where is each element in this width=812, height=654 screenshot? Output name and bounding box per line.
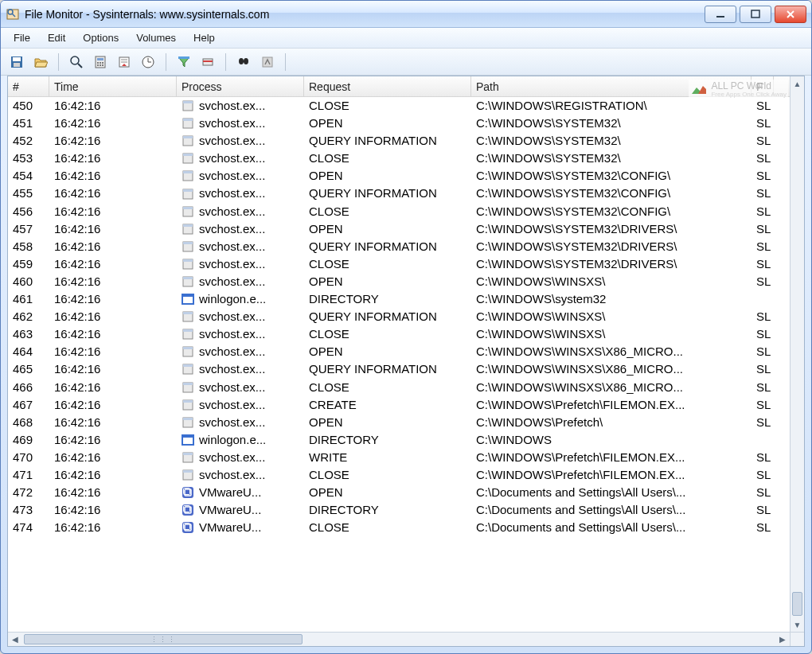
cell-result: SL xyxy=(751,449,774,466)
table-row[interactable]: 45916:42:16svchost.ex...CLOSEC:\WINDOWS\… xyxy=(8,255,804,273)
calculator-icon[interactable] xyxy=(91,53,110,72)
table-row[interactable]: 46016:42:16svchost.ex...OPENC:\WINDOWS\W… xyxy=(8,273,804,290)
column-header-request[interactable]: Request xyxy=(304,76,471,96)
cell-number: 452 xyxy=(8,132,49,150)
table-row[interactable]: 46116:42:16winlogon.e...DIRECTORYC:\WIND… xyxy=(8,290,804,308)
cell-request: CLOSE xyxy=(304,255,471,273)
cell-result: SL xyxy=(751,501,774,519)
scroll-left-icon[interactable]: ◀ xyxy=(8,633,22,646)
process-icon xyxy=(182,223,194,236)
cell-process: svchost.ex... xyxy=(177,466,304,484)
cell-path: C:\WINDOWS xyxy=(471,431,751,449)
cell-path: C:\Documents and Settings\All Users\... xyxy=(471,519,751,536)
table-row[interactable]: 46216:42:16svchost.ex...QUERY INFORMATIO… xyxy=(8,308,804,325)
table-row[interactable]: 46516:42:16svchost.ex...QUERY INFORMATIO… xyxy=(8,360,804,378)
cell-number: 465 xyxy=(8,360,49,378)
save-icon[interactable] xyxy=(7,53,26,72)
svg-rect-34 xyxy=(183,101,193,103)
table-row[interactable]: 47416:42:16VMwareU...CLOSEC:\Documents a… xyxy=(8,519,804,536)
titlebar[interactable]: File Monitor - Sysinternals: www.sysinte… xyxy=(1,1,811,28)
cell-request: OPEN xyxy=(304,484,471,501)
process-name: VMwareU... xyxy=(199,519,261,536)
process-icon xyxy=(182,451,194,464)
process-icon xyxy=(182,328,194,341)
table-row[interactable]: 45616:42:16svchost.ex...CLOSEC:\WINDOWS\… xyxy=(8,203,804,220)
autoscroll-icon[interactable] xyxy=(115,53,134,72)
scroll-down-icon[interactable]: ▼ xyxy=(791,617,804,632)
table-row[interactable]: 45416:42:16svchost.ex...OPENC:\WINDOWS\S… xyxy=(8,167,804,185)
table-row[interactable]: 45016:42:16svchost.ex...CLOSEC:\WINDOWS\… xyxy=(8,97,804,115)
cell-time: 16:42:16 xyxy=(49,360,177,378)
svg-rect-3 xyxy=(716,16,724,18)
table-row[interactable]: 46616:42:16svchost.ex...CLOSEC:\WINDOWS\… xyxy=(8,379,804,396)
menu-file[interactable]: File xyxy=(6,29,38,46)
highlight-icon[interactable] xyxy=(198,53,217,72)
maximize-button[interactable] xyxy=(740,6,771,23)
table-row[interactable]: 47116:42:16svchost.ex...CLOSEC:\WINDOWS\… xyxy=(8,466,804,484)
rows-container[interactable]: 45016:42:16svchost.ex...CLOSEC:\WINDOWS\… xyxy=(8,97,804,646)
svg-rect-44 xyxy=(183,189,193,192)
table-row[interactable]: 45816:42:16svchost.ex...QUERY INFORMATIO… xyxy=(8,238,804,255)
table-row[interactable]: 46916:42:16winlogon.e...DIRECTORYC:\WIND… xyxy=(8,431,804,449)
table-row[interactable]: 47316:42:16VMwareU...DIRECTORYC:\Documen… xyxy=(8,501,804,519)
vscroll-thumb[interactable] xyxy=(792,592,802,616)
table-row[interactable]: 45516:42:16svchost.ex...QUERY INFORMATIO… xyxy=(8,185,804,202)
process-icon xyxy=(182,399,194,411)
table-row[interactable]: 46716:42:16svchost.ex...CREATEC:\WINDOWS… xyxy=(8,396,804,414)
process-icon xyxy=(182,258,194,271)
cell-path: C:\WINDOWS\Prefetch\FILEMON.EX... xyxy=(471,449,751,466)
toolbar-separator xyxy=(166,53,166,71)
find-icon[interactable] xyxy=(234,53,253,72)
vscroll-track[interactable] xyxy=(791,91,804,617)
cell-time: 16:42:16 xyxy=(49,220,177,238)
cell-result: SL xyxy=(751,167,774,185)
cell-process: svchost.ex... xyxy=(177,379,304,396)
menu-volumes[interactable]: Volumes xyxy=(128,29,184,46)
cell-path: C:\WINDOWS\SYSTEM32\DRIVERS\ xyxy=(471,220,751,238)
process-name: svchost.ex... xyxy=(199,255,265,273)
clock-icon[interactable] xyxy=(139,53,158,72)
svg-rect-42 xyxy=(183,171,193,173)
process-icon xyxy=(182,134,194,147)
cell-number: 460 xyxy=(8,273,49,290)
table-row[interactable]: 47216:42:16VMwareU...OPENC:\Documents an… xyxy=(8,484,804,501)
table-row[interactable]: 45116:42:16svchost.ex...OPENC:\WINDOWS\S… xyxy=(8,115,804,132)
menu-options[interactable]: Options xyxy=(75,29,127,46)
scroll-up-icon[interactable]: ▲ xyxy=(791,76,804,91)
table-row[interactable]: 46316:42:16svchost.ex...CLOSEC:\WINDOWS\… xyxy=(8,325,804,343)
scroll-right-icon[interactable]: ▶ xyxy=(775,633,790,646)
cell-number: 464 xyxy=(8,343,49,360)
column-header-time[interactable]: Time xyxy=(49,76,177,96)
table-row[interactable]: 45316:42:16svchost.ex...CLOSEC:\WINDOWS\… xyxy=(8,150,804,167)
cell-result: SL xyxy=(751,220,774,238)
cell-result: SL xyxy=(751,360,774,378)
svg-rect-4 xyxy=(751,10,759,18)
cell-time: 16:42:16 xyxy=(49,185,177,202)
hscroll-track[interactable]: ⋮⋮⋮ xyxy=(22,633,775,646)
table-row[interactable]: 46816:42:16svchost.ex...OPENC:\WINDOWS\P… xyxy=(8,414,804,431)
table-row[interactable]: 45216:42:16svchost.ex...QUERY INFORMATIO… xyxy=(8,132,804,150)
cell-path: C:\WINDOWS\Prefetch\FILEMON.EX... xyxy=(471,466,751,484)
svg-rect-76 xyxy=(183,470,193,473)
menu-edit[interactable]: Edit xyxy=(40,29,73,46)
hscroll-thumb[interactable]: ⋮⋮⋮ xyxy=(24,634,303,644)
menu-help[interactable]: Help xyxy=(185,29,223,46)
svg-point-19 xyxy=(102,64,103,66)
vertical-scrollbar[interactable]: ▲ ▼ xyxy=(790,76,804,632)
table-row[interactable]: 45716:42:16svchost.ex...OPENC:\WINDOWS\S… xyxy=(8,220,804,238)
close-button[interactable] xyxy=(775,6,806,23)
horizontal-scrollbar[interactable]: ◀ ⋮⋮⋮ ▶ xyxy=(8,632,790,646)
open-icon[interactable] xyxy=(31,53,50,72)
jump-icon[interactable] xyxy=(258,53,277,72)
table-row[interactable]: 47016:42:16svchost.ex...WRITEC:\WINDOWS\… xyxy=(8,449,804,466)
cell-request: CLOSE xyxy=(304,519,471,536)
svg-rect-8 xyxy=(13,57,21,61)
magnify-icon[interactable] xyxy=(67,53,86,72)
column-header-number[interactable]: # xyxy=(8,76,49,96)
minimize-button[interactable] xyxy=(705,6,736,23)
cell-result: SL xyxy=(751,308,774,325)
column-header-process[interactable]: Process xyxy=(177,76,304,96)
filter-icon[interactable] xyxy=(174,53,193,72)
table-row[interactable]: 46416:42:16svchost.ex...OPENC:\WINDOWS\W… xyxy=(8,343,804,360)
cell-path: C:\WINDOWS\Prefetch\FILEMON.EX... xyxy=(471,396,751,414)
